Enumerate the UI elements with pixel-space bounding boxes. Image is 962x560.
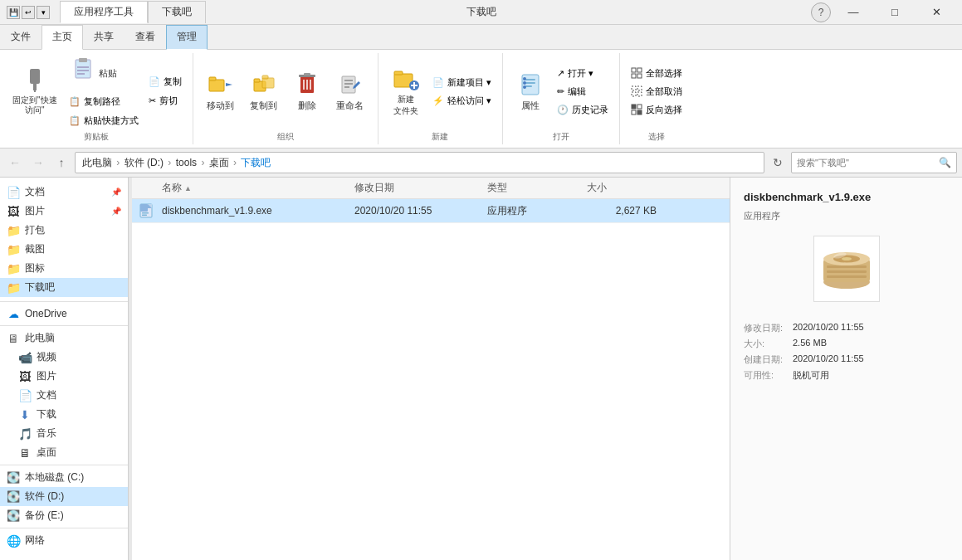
select-all-button[interactable]: 全部选择 [627,65,686,82]
file-name: diskbenchmark_v1.9.exe [162,205,348,217]
sidebar-item-downloads[interactable]: ⬇ 下载 [0,405,128,424]
up-button[interactable]: ↑ [51,153,71,173]
sidebar-item-onedrive[interactable]: ☁ OneDrive [0,304,128,323]
invert-select-button[interactable]: 反向选择 [627,101,686,119]
edit-button[interactable]: ✏ 编辑 [553,83,613,100]
quick-access-section: 📄 文档 📌 🖼 图片 📌 📁 打包 📁 截图 📁 图标 [0,181,128,299]
sidebar-item-music[interactable]: 🎵 音乐 [0,424,128,443]
app-tools-tab[interactable]: 应用程序工具 [60,1,148,23]
paste-shortcut-button[interactable]: 📋 粘贴快捷方式 [65,112,143,129]
forward-button[interactable]: → [28,153,48,173]
sidebar-item-docs2[interactable]: 📄 文档 [0,386,128,405]
ribbon-tab-home[interactable]: 主页 [42,25,83,50]
close-button[interactable]: ✕ [917,0,955,25]
meta-row-availability: 可用性: 脱机可用 [744,369,949,382]
deselect-button[interactable]: 全部取消 [627,83,686,100]
file-size: 2,627 KB [580,205,663,217]
pin-indicator2: 📌 [111,207,121,216]
sidebar-pack-label: 打包 [25,223,45,237]
rename-label: 重命名 [336,100,364,112]
sidebar-item-download[interactable]: 📁 下载吧 [0,278,128,297]
sidebar-item-drive-d[interactable]: 💽 软件 (D:) [0,487,128,506]
undo-btn[interactable]: ↩ [22,6,35,19]
back-button[interactable]: ← [5,153,25,173]
sidebar-item-screenshot[interactable]: 📁 截图 [0,240,128,259]
svg-point-34 [523,81,526,85]
sidebar-pictures-label: 图片 [25,204,45,218]
search-box[interactable]: 🔍 [791,152,957,173]
svg-rect-25 [394,71,403,75]
sidebar-desktop-label: 桌面 [37,446,56,460]
col-header-type[interactable]: 类型 [481,181,580,195]
move-to-button[interactable]: 移动到 [200,67,242,116]
paste-button[interactable]: 粘贴 [65,53,143,91]
col-type-label: 类型 [487,181,507,195]
sidebar-item-pictures[interactable]: 🖼 图片 📌 [0,202,128,221]
divider-3 [0,465,128,465]
sidebar-onedrive-label: OneDrive [25,308,67,319]
sidebar-item-pack[interactable]: 📁 打包 [0,221,128,240]
breadcrumb-drive[interactable]: 软件 (D:) [125,157,164,168]
search-input[interactable] [797,158,935,168]
sidebar-item-icons[interactable]: 📁 图标 [0,259,128,278]
ribbon-tab-share[interactable]: 共享 [83,25,125,49]
sidebar-documents-label: 文档 [25,185,45,199]
new-folder-button[interactable]: 新建文件夹 [385,61,427,121]
open-button[interactable]: ↗ 打开 ▾ [553,65,613,82]
svg-rect-40 [632,86,636,90]
sidebar-item-desktop[interactable]: 🖥 桌面 [0,443,128,462]
breadcrumb-tools[interactable]: tools [176,157,197,168]
sidebar-item-pictures2[interactable]: 🖼 图片 [0,367,128,386]
new-group-label: 新建 [432,131,448,144]
breadcrumb-current[interactable]: 下载吧 [241,157,271,168]
rename-button[interactable]: 重命名 [330,67,371,116]
maximize-button[interactable]: □ [876,0,914,25]
breadcrumb-desktop[interactable]: 桌面 [209,157,229,168]
ribbon-tab-view[interactable]: 查看 [125,25,166,49]
pin-indicator: 📌 [111,187,121,197]
sidebar-item-drive-e[interactable]: 💽 备份 (E:) [0,506,128,525]
easy-access-button[interactable]: ⚡ 轻松访问 ▾ [428,92,496,110]
new-item-button[interactable]: 📄 新建项目 ▾ [428,74,496,91]
dropdown-btn[interactable]: ▾ [37,6,50,19]
copy-icon: 📄 [149,76,160,87]
sidebar-item-drive-c[interactable]: 💽 本地磁盘 (C:) [0,468,128,487]
screenshot-icon: 📁 [7,243,20,256]
svg-rect-59 [827,265,867,268]
refresh-button[interactable]: ↻ [768,153,788,173]
pin-button[interactable]: 固定到"快速访问" [7,63,63,119]
quick-save-btn[interactable]: 💾 [7,6,20,19]
cut-button[interactable]: ✂ 剪切 [144,92,186,110]
preview-meta: 修改日期: 2020/10/20 11:55 大小: 2.56 MB 创建日期:… [744,322,949,382]
help-button[interactable]: ? [811,2,831,22]
address-input[interactable]: 此电脑 › 软件 (D:) › tools › 桌面 › 下载吧 [75,152,764,173]
sidebar-item-documents[interactable]: 📄 文档 📌 [0,183,128,202]
copy-to-button[interactable]: 复制到 [243,67,285,116]
copy-path-button[interactable]: 📋 复制路径 [65,93,143,110]
sidebar-item-network[interactable]: 🌐 网络 [0,531,128,550]
col-date-label: 修改日期 [354,181,394,195]
meta-label-created: 创建日期: [744,353,789,366]
delete-button[interactable]: 删除 [286,67,328,116]
sidebar-item-videos[interactable]: 📹 视频 [0,348,128,367]
ribbon-tab-file[interactable]: 文件 [0,25,42,49]
col-header-date[interactable]: 修改日期 [348,181,481,195]
col-header-size[interactable]: 大小 [580,181,663,195]
table-row[interactable]: diskbenchmark_v1.9.exe 2020/10/20 11:55 … [132,199,730,223]
breadcrumb-pc[interactable]: 此电脑 [82,157,112,168]
col-header-name[interactable]: 名称 ▲ [132,181,348,195]
ribbon-tab-manage[interactable]: 管理 [166,25,208,50]
properties-button[interactable]: 属性 [510,67,551,116]
organize-group-label: 组织 [277,131,294,144]
divider-4 [0,528,128,528]
copy-button[interactable]: 📄 复制 [144,73,186,90]
history-button[interactable]: 🕐 历史记录 [553,101,613,119]
download-tab[interactable]: 下载吧 [148,1,206,23]
ribbon-group-clipboard: 固定到"快速访问" 粘贴 [0,53,193,144]
minimize-button[interactable]: — [834,0,872,25]
col-name-label: 名称 [162,181,182,195]
invert-select-label: 反向选择 [646,104,682,116]
edit-label: 编辑 [568,85,586,98]
svg-rect-52 [142,215,147,217]
sidebar-item-thispc[interactable]: 🖥 此电脑 [0,329,128,348]
